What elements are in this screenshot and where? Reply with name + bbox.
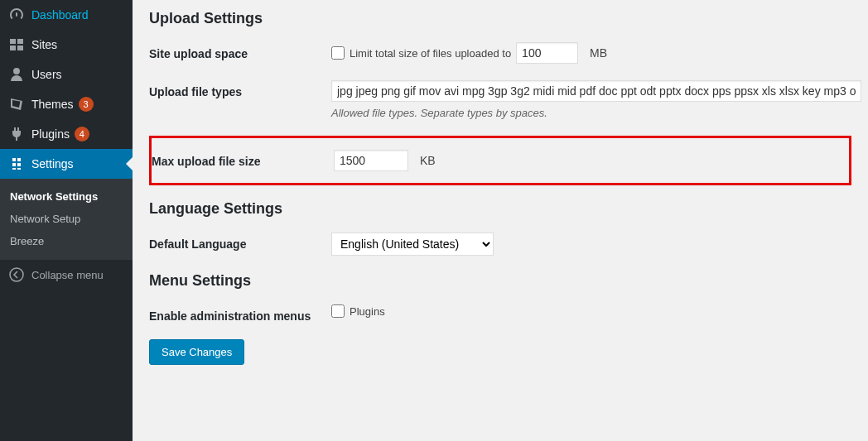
sidebar-item-dashboard[interactable]: Dashboard (0, 0, 133, 30)
checkbox-enable-plugins-menu[interactable] (331, 304, 345, 318)
checkbox-limit-upload-label: Limit total size of files uploaded to (350, 47, 511, 60)
checkbox-enable-plugins-label: Plugins (350, 305, 385, 318)
input-file-types[interactable] (331, 80, 861, 102)
unit-mb: MB (590, 46, 607, 60)
menu-settings-heading: Menu Settings (149, 272, 851, 290)
highlight-max-upload: Max upload file size KB (149, 136, 851, 185)
update-badge: 4 (75, 127, 89, 141)
sidebar-item-label: Sites (31, 38, 57, 51)
submenu-network-setup[interactable]: Network Setup (0, 208, 133, 230)
input-max-upload-size[interactable] (334, 150, 408, 171)
label-upload-file-types: Upload file types (149, 80, 331, 98)
row-site-upload-space: Site upload space Limit total size of fi… (149, 42, 851, 64)
sidebar-item-users[interactable]: Users (0, 60, 133, 89)
admin-sidebar: Dashboard Sites Users Themes 3 Plugins 4… (0, 0, 133, 441)
row-default-language: Default Language English (United States) (149, 232, 851, 256)
users-icon (8, 66, 25, 83)
sidebar-item-sites[interactable]: Sites (0, 30, 133, 60)
sidebar-item-label: Settings (31, 157, 74, 170)
sidebar-item-label: Plugins (31, 127, 70, 141)
settings-submenu: Network Settings Network Setup Breeze (0, 179, 133, 259)
label-default-language: Default Language (149, 232, 331, 251)
plugins-icon (8, 126, 25, 142)
collapse-label: Collapse menu (31, 269, 104, 281)
row-upload-file-types: Upload file types Allowed file types. Se… (149, 80, 851, 119)
sidebar-item-plugins[interactable]: Plugins 4 (0, 119, 133, 149)
row-enable-admin-menus: Enable administration menus Plugins (149, 304, 851, 323)
settings-panel: Upload Settings Site upload space Limit … (133, 0, 868, 441)
dashboard-icon (8, 7, 25, 23)
submenu-breeze[interactable]: Breeze (0, 230, 133, 252)
sidebar-item-label: Themes (31, 98, 74, 111)
language-settings-heading: Language Settings (149, 200, 851, 218)
hint-file-types: Allowed file types. Separate types by sp… (331, 107, 861, 119)
checkbox-limit-upload[interactable] (331, 46, 345, 60)
sidebar-item-label: Users (31, 68, 62, 81)
sidebar-item-label: Dashboard (31, 8, 89, 22)
input-upload-limit[interactable] (516, 42, 578, 64)
select-default-language[interactable]: English (United States) (331, 232, 494, 256)
settings-icon (8, 156, 25, 172)
label-max-upload-size: Max upload file size (152, 150, 334, 168)
svg-point-0 (10, 268, 23, 281)
collapse-icon (8, 266, 25, 283)
label-enable-admin-menus: Enable administration menus (149, 304, 331, 323)
submenu-network-settings[interactable]: Network Settings (0, 185, 133, 208)
sidebar-item-settings[interactable]: Settings (0, 149, 133, 179)
sites-icon (8, 36, 25, 53)
label-site-upload-space: Site upload space (149, 42, 331, 60)
update-badge: 3 (79, 97, 94, 112)
row-max-upload-size: Max upload file size KB (152, 150, 849, 171)
collapse-menu[interactable]: Collapse menu (0, 259, 133, 290)
themes-icon (8, 96, 25, 113)
sidebar-item-themes[interactable]: Themes 3 (0, 89, 133, 119)
save-changes-button[interactable]: Save Changes (149, 339, 244, 365)
unit-kb: KB (420, 154, 436, 167)
upload-settings-heading: Upload Settings (149, 10, 851, 27)
